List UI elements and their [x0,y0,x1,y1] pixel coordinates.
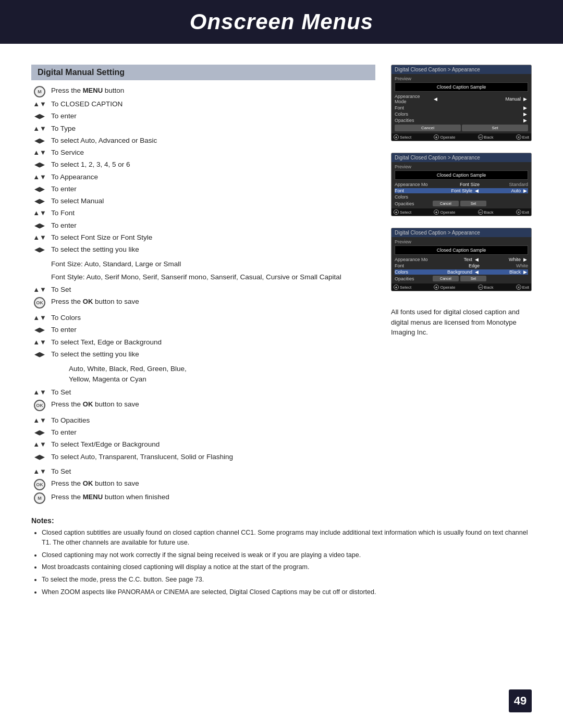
notes-item: Closed captioning may not work correctly… [42,550,532,560]
arrow-ud-icon: ▲▼ [31,124,48,133]
cancel-btn: Cancel [433,276,459,281]
screen-row: Font Edge White [395,263,528,268]
screen-row: Colors ▶ [395,112,528,117]
arrow-ud-icon: ▲▼ [31,99,48,109]
screen-row: Colors [395,194,528,200]
page-header: Onscreen Menus [0,0,563,44]
notes-title: Notes: [31,516,532,525]
arrow-lr-icon: ◀▶ [31,135,48,145]
screen-row: Colors Background ◀ Black ▶ [395,269,528,275]
list-item: ▲▼ To Set [31,387,375,398]
instruction-list-1: M Press the MENU button ▲▼ To CLOSED CAP… [31,85,375,255]
set-btn: Set [460,276,486,281]
notes-item: Most broadcasts containing closed captio… [42,562,532,572]
arrow-lr-icon: ◀▶ [31,111,48,121]
list-item: ▲▼ To select Text, Edge or Background [31,337,375,348]
arrow-ud-icon: ▲▼ [31,232,48,242]
arrow-ud-icon: ▲▼ [31,147,48,157]
screen-footer-1: ✦ Select ✦ Operate ↩ Back ✕ Exit [391,133,531,141]
notes-section: Notes: Closed caption subtitles are usua… [31,516,532,597]
screen-row: Opacities Cancel Set [395,201,528,206]
screen-row: Opacities ▶ [395,118,528,123]
list-item: ◀▶ To enter [31,184,375,194]
menu-keyword: MENU [83,87,103,94]
notes-item: To select the mode, press the C.C. butto… [42,575,532,585]
screen-row: Appearance Mode ◀ Manual ▶ [395,94,528,104]
list-item: ▲▼ To Set [31,285,375,295]
list-item: ◀▶ To enter [31,111,375,121]
arrow-lr-icon: ◀▶ [31,196,48,206]
arrow-ud-icon: ▲▼ [31,415,48,425]
screen-row: Appearance Mo Text ◀ White ▶ [395,257,528,262]
screen-titlebar-2: Digital Closed Caption > Appearance [391,153,531,162]
arrow-lr-icon: ◀▶ [31,452,48,462]
screen-titlebar-1: Digital Closed Caption > Appearance [391,65,531,74]
menu-btn-icon: M [31,85,48,97]
arrow-lr-icon: ◀▶ [31,184,48,194]
list-item: ◀▶ To enter [31,325,375,335]
arrow-ud-icon: ▲▼ [31,439,48,449]
instruction-list-3: ▲▼ To Colors ◀▶ To enter ▲▼ To select Te… [31,313,375,360]
arrow-ud-icon: ▲▼ [31,208,48,218]
arrow-ud-icon: ▲▼ [31,285,48,294]
set-btn: Set [460,201,486,206]
cancel-btn: Cancel [395,125,461,131]
right-column: Digital Closed Caption > Appearance Prev… [391,59,532,508]
set-btn: Set [462,125,528,131]
screen-body-1: Preview Closed Caption Sample Appearance… [391,74,531,133]
section-title: Digital Manual Setting [31,65,375,80]
notes-list: Closed caption subtitles are usually fou… [31,528,532,597]
instruction-list-6: ▲▼ To Set OK Press the OK button to save… [31,466,375,504]
screen-buttons: Cancel Set [395,125,528,131]
list-item: ◀▶ To select Auto, Advanced or Basic [31,135,375,146]
list-item: ▲▼ To Set [31,466,375,477]
color-info: Auto, White, Black, Red, Green, Blue, Ye… [69,364,375,385]
notes-item: When ZOOM aspects like PANORAMA or CINEM… [42,587,532,597]
caption-sample: Closed Caption Sample [395,170,528,180]
list-item: M Press the MENU button when finished [31,492,375,504]
arrow-ud-icon: ▲▼ [31,337,48,347]
list-item: ▲▼ To Type [31,124,375,134]
arrow-lr-icon: ◀▶ [31,349,48,359]
arrow-lr-icon: ◀▶ [31,325,48,335]
page-title: Onscreen Menus [0,9,563,34]
right-col-text: All fonts used for digital closed captio… [391,303,532,338]
menu-btn-icon: M [31,492,48,504]
instruction-list-2: ▲▼ To Set OK Press the OK button to save [31,285,375,309]
list-item: ▲▼ To Service [31,147,375,158]
ok-btn-icon: OK [31,297,48,309]
cancel-btn: Cancel [433,201,459,206]
screen-row: Font ▶ [395,105,528,110]
caption-sample: Closed Caption Sample [395,82,528,92]
preview-label: Preview [395,164,528,169]
ok-btn-icon: OK [31,478,48,490]
screen-body-3: Preview Closed Caption Sample Appearance… [391,237,531,283]
arrow-lr-icon: ◀▶ [31,244,48,254]
arrow-lr-icon: ◀▶ [31,427,48,437]
screen-row: Font Font Style ◀ Auto ▶ [395,188,528,193]
font-style-info: Font Style: Auto, Serif Mono, Serif, San… [51,272,375,282]
notes-item: Closed caption subtitles are usually fou… [42,528,532,548]
screen-footer-2: ✦ Select ✦ Operate ↩ Back ✕ Exit [391,208,531,216]
screen-mockup-2: Digital Closed Caption > Appearance Prev… [391,153,532,216]
list-item: ◀▶ To select the setting you like [31,349,375,360]
list-item: ▲▼ To select Text/Edge or Background [31,439,375,450]
list-item: ◀▶ To enter [31,427,375,438]
screen-row: Opacities Cancel Set [395,276,528,281]
list-item: ▲▼ To Font [31,208,375,218]
list-item: M Press the MENU button [31,85,375,97]
arrow-lr-icon: ◀▶ [31,220,48,230]
list-item: ▲▼ To Opacities [31,415,375,426]
list-item: ▲▼ To select Font Size or Font Style [31,232,375,243]
preview-label: Preview [395,239,528,244]
screen-row: Appearance Mo Font Size Standard [395,182,528,187]
list-item: ◀▶ To enter [31,220,375,231]
ok-btn-icon: OK [31,399,48,411]
left-column: Digital Manual Setting M Press the MENU … [31,59,375,508]
list-item: ◀▶ To select Auto, Transparent, Transluc… [31,452,375,462]
arrow-ud-icon: ▲▼ [31,466,48,476]
arrow-ud-icon: ▲▼ [31,172,48,182]
screen-mockup-3: Digital Closed Caption > Appearance Prev… [391,228,532,291]
instruction-list-5: ▲▼ To Opacities ◀▶ To enter ▲▼ To select… [31,415,375,462]
screen-titlebar-3: Digital Closed Caption > Appearance [391,228,531,237]
